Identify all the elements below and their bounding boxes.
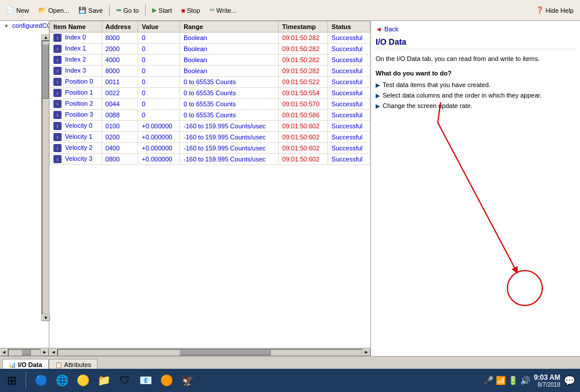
table-row[interactable]: i Index 2 4000 0 Boolean 09:01:50:282 Su…: [50, 55, 370, 66]
stop-button[interactable]: ■ Stop: [177, 5, 204, 16]
col-header-status: Status: [328, 21, 370, 33]
cell-item-name: i Index 1: [50, 44, 102, 55]
table-row[interactable]: i Velocity 0 0100 +0.000000 -160 to 159.…: [50, 121, 370, 132]
hscroll-left[interactable]: ◄: [49, 349, 57, 356]
new-icon: 📄: [6, 6, 15, 14]
cell-value: 0: [138, 55, 180, 66]
chrome-icon[interactable]: 🟡: [74, 371, 92, 390]
table-hscrollbar: ◄ ►: [49, 348, 370, 356]
table-row[interactable]: i Index 3 8000 0 Boolean 09:01:50:282 Su…: [50, 66, 370, 77]
cell-status: Successful: [328, 132, 370, 143]
cell-status: Successful: [328, 143, 370, 154]
goto-button[interactable]: ➡ Go to: [112, 4, 143, 16]
edge-icon[interactable]: 🌐: [53, 371, 71, 390]
cell-status: Successful: [328, 88, 370, 99]
cell-timestamp: 09:01:50:282: [279, 33, 328, 44]
cell-range: 0 to 65535 Counts: [180, 88, 279, 99]
left-panel-item[interactable]: ▼ configuredCOM7.ia: [0, 21, 49, 31]
cell-status: Successful: [328, 44, 370, 55]
cell-value: +0.000000: [138, 143, 180, 154]
center-panel: Item Name Address Value Range Timestamp …: [49, 21, 371, 356]
taskbar-apps: 🔵🌐🟡📁🛡📧🟠🦅: [28, 371, 200, 390]
left-vscrollbar: ▲ ▼: [41, 34, 49, 321]
table-row[interactable]: i Position 2 0044 0 0 to 65535 Counts 09…: [50, 99, 370, 110]
write-icon: ✏: [210, 6, 215, 14]
ie-icon[interactable]: 🔵: [32, 371, 51, 390]
cell-timestamp: 09:01:50:602: [279, 132, 328, 143]
row-icon: i: [53, 155, 62, 163]
cell-status: Successful: [328, 33, 370, 44]
cell-status: Successful: [328, 55, 370, 66]
cell-status: Successful: [328, 66, 370, 77]
cell-range: Boolean: [180, 66, 279, 77]
left-vscroll-track[interactable]: [42, 41, 49, 314]
cell-address: 0100: [102, 121, 138, 132]
hscroll-track[interactable]: [57, 349, 362, 356]
back-icon: ◄: [376, 26, 382, 33]
cell-item-name: i Index 2: [50, 55, 102, 66]
notification-icon[interactable]: 💬: [564, 375, 575, 386]
table-row[interactable]: i Velocity 2 0400 +0.000000 -160 to 159.…: [50, 143, 370, 154]
cell-address: 0022: [102, 88, 138, 99]
help-arrow-icon: ▶: [376, 92, 380, 99]
hscroll-right[interactable]: ►: [362, 349, 370, 356]
table-scroll-wrapper[interactable]: Item Name Address Value Range Timestamp …: [49, 21, 370, 348]
table-row[interactable]: i Index 1 2000 0 Boolean 09:01:50:282 Su…: [50, 44, 370, 55]
explorer-icon[interactable]: 📁: [95, 371, 113, 390]
cell-address: 4000: [102, 55, 138, 66]
cell-range: Boolean: [180, 55, 279, 66]
table-row[interactable]: i Velocity 1 0200 +0.000000 -160 to 159.…: [50, 132, 370, 143]
cell-item-name: i Index 0: [50, 33, 102, 44]
help-item-2[interactable]: ▶Change the screen update rate.: [376, 102, 575, 109]
mail-icon[interactable]: 📧: [136, 371, 155, 390]
help-item-1[interactable]: ▶Select data columns and the order in wh…: [376, 92, 575, 99]
table-row[interactable]: i Velocity 3 0800 +0.000000 -160 to 159.…: [50, 154, 370, 165]
write-button[interactable]: ✏ Write...: [206, 4, 241, 16]
help-question: What do you want to do?: [376, 70, 575, 77]
scroll-down-arrow[interactable]: ▼: [42, 314, 49, 321]
cell-timestamp: 09:01:50:602: [279, 143, 328, 154]
taskbar-system-icons: 🎤 📶 🔋 🔊: [484, 376, 530, 385]
help-item-0[interactable]: ▶Test data items that you have created.: [376, 81, 575, 88]
left-vscroll-thumb[interactable]: [42, 44, 49, 99]
start-button[interactable]: ▶ Start: [148, 4, 176, 16]
cell-item-name: i Position 0: [50, 77, 102, 88]
cell-range: Boolean: [180, 44, 279, 55]
cell-value: 0: [138, 44, 180, 55]
goto-icon: ➡: [116, 6, 121, 14]
table-row[interactable]: i Index 0 8000 0 Boolean 09:01:50:282 Su…: [50, 33, 370, 44]
left-panel-scroll: ◄ ►: [0, 348, 49, 356]
col-header-item-name: Item Name: [50, 21, 102, 33]
right-panel: ◄ Back I/O Data On the I/O Data tab, you…: [371, 21, 580, 356]
row-icon: i: [53, 67, 62, 75]
col-header-value: Value: [138, 21, 180, 33]
open-button[interactable]: 📂 Open...: [34, 4, 73, 16]
cell-address: 0800: [102, 154, 138, 165]
hscroll-thumb[interactable]: [179, 350, 271, 355]
back-button[interactable]: ◄ Back: [376, 26, 575, 33]
cell-address: 0044: [102, 99, 138, 110]
scroll-up-arrow[interactable]: ▲: [42, 34, 49, 41]
table-row[interactable]: i Position 3 0088 0 0 to 65535 Counts 09…: [50, 110, 370, 121]
scroll-right-arrow[interactable]: ►: [41, 349, 49, 356]
save-button[interactable]: 💾 Save: [74, 4, 107, 16]
cell-timestamp: 09:01:50:570: [279, 99, 328, 110]
app-icon[interactable]: 🦅: [178, 371, 197, 390]
cell-value: 0: [138, 110, 180, 121]
cell-address: 8000: [102, 33, 138, 44]
left-scrollbar-thumb[interactable]: [21, 350, 31, 355]
col-header-timestamp: Timestamp: [279, 21, 328, 33]
table-row[interactable]: i Position 0 0011 0 0 to 65535 Counts 09…: [50, 77, 370, 88]
scroll-left-arrow[interactable]: ◄: [0, 349, 8, 356]
firefox-icon[interactable]: 🟠: [157, 371, 176, 390]
left-scrollbar-track[interactable]: [8, 349, 41, 356]
cell-item-name: i Position 2: [50, 99, 102, 110]
hide-help-button[interactable]: ❓ Hide Help: [532, 4, 578, 16]
new-button[interactable]: 📄 New: [2, 4, 33, 16]
start-menu-button[interactable]: ⊞: [0, 369, 23, 392]
table-row[interactable]: i Position 1 0022 0 0 to 65535 Counts 09…: [50, 88, 370, 99]
cell-value: 0: [138, 88, 180, 99]
cell-address: 0011: [102, 77, 138, 88]
shield-icon[interactable]: 🛡: [116, 371, 134, 390]
left-panel: ▼ configuredCOM7.ia ◄ ► ▲ ▼: [0, 21, 49, 356]
